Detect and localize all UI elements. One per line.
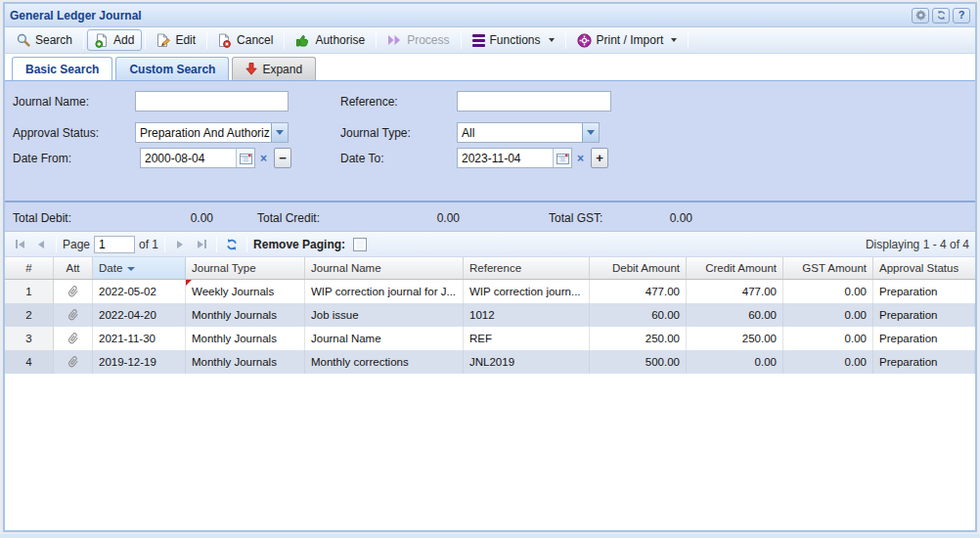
column-header-journal-name[interactable]: Journal Name (305, 257, 464, 279)
date-to-plus-button[interactable]: + (591, 148, 608, 168)
panel-refresh-button[interactable] (932, 8, 950, 23)
date-to-calendar-button[interactable] (553, 149, 571, 167)
functions-menu-button[interactable]: Functions (465, 29, 562, 51)
grid-refresh-button[interactable] (223, 236, 241, 253)
journal-type-select[interactable]: All (457, 122, 600, 143)
paging-toolbar: Page of 1 Remove Paging: Displaying 1 - … (5, 231, 975, 256)
next-page-icon (177, 241, 183, 248)
column-header-approval-status[interactable]: Approval Status (873, 257, 975, 279)
column-header-reference[interactable]: Reference (464, 257, 590, 279)
last-page-button[interactable] (193, 236, 210, 253)
table-row[interactable]: 3 2021-11-30 Monthly Journals Journal Na… (5, 327, 975, 350)
journal-type-cell: Weekly Journals (186, 280, 305, 303)
date-cell: 2021-11-30 (93, 327, 186, 350)
table-row[interactable]: 1 2022-05-02 Weekly Journals WIP correct… (5, 280, 975, 303)
paperclip-icon (65, 283, 81, 300)
cancel-icon (218, 33, 232, 48)
next-page-button[interactable] (171, 236, 189, 253)
journal-name-cell: WIP correction journal for J... (305, 280, 464, 303)
date-from-clear-button[interactable]: × (255, 148, 272, 168)
attachment-cell[interactable] (54, 327, 93, 350)
reference-input[interactable] (457, 91, 611, 112)
toolbar-separator (376, 31, 377, 49)
toolbar-separator (206, 31, 207, 49)
remove-paging-checkbox[interactable] (353, 238, 367, 251)
column-header-credit-amount[interactable]: Credit Amount (687, 257, 783, 279)
total-debit-value: 0.00 (117, 211, 213, 225)
grid-header: # Att Date Journal Type Journal Name Ref… (5, 256, 975, 280)
journal-type-cell: Monthly Journals (186, 350, 305, 374)
search-button-label: Search (35, 33, 72, 47)
column-header-debit-amount[interactable]: Debit Amount (590, 257, 687, 279)
table-row[interactable]: 2 2022-04-20 Monthly Journals Job issue … (5, 303, 975, 327)
date-from-input[interactable] (141, 149, 236, 167)
page-number-input[interactable] (94, 236, 135, 253)
print-import-menu-button[interactable]: Print / Import (569, 29, 686, 51)
column-header-date[interactable]: Date (93, 257, 186, 279)
gst-amount-cell: 0.00 (783, 350, 873, 374)
journal-name-label: Journal Name: (13, 95, 89, 109)
journal-name-input[interactable] (135, 91, 289, 112)
column-header-num[interactable]: # (5, 257, 54, 279)
attachment-cell[interactable] (54, 303, 93, 327)
journal-type-label: Journal Type: (340, 126, 411, 140)
journal-name-cell: Monthly corrections (305, 350, 464, 374)
tab-custom-search[interactable]: Custom Search (115, 57, 229, 80)
pager-separator (246, 237, 247, 252)
search-button[interactable]: Search (9, 29, 80, 51)
date-from-box (140, 148, 255, 168)
date-to-field: × + (457, 148, 608, 168)
row-number-cell: 4 (5, 350, 54, 374)
settings-button[interactable] (912, 8, 929, 23)
general-ledger-journal-window: General Ledger Journal ? Search (3, 2, 977, 532)
approval-status-cell: Preparation (873, 327, 975, 350)
total-gst-value: 0.00 (592, 211, 692, 225)
tab-basic-search-label: Basic Search (25, 63, 99, 76)
paperclip-icon (65, 306, 81, 324)
first-page-button[interactable] (11, 236, 28, 253)
tab-basic-search[interactable]: Basic Search (12, 57, 112, 80)
authorise-button[interactable]: Authorise (288, 29, 373, 51)
cancel-button[interactable]: Cancel (210, 29, 281, 51)
process-button: Process (379, 29, 457, 51)
previous-page-button[interactable] (32, 236, 50, 253)
refresh-icon (936, 10, 947, 21)
approval-status-value: Preparation And Authoriz (136, 123, 271, 142)
date-to-box (457, 148, 572, 168)
tab-expand[interactable]: Expand (232, 57, 316, 80)
date-from-calendar-button[interactable] (236, 149, 254, 167)
expand-arrow-icon (245, 63, 257, 75)
print-import-button-label: Print / Import (597, 33, 664, 47)
debit-amount-cell: 500.00 (590, 350, 687, 374)
journal-type-dropdown-button[interactable] (582, 123, 599, 142)
column-header-gst-amount[interactable]: GST Amount (783, 257, 873, 279)
total-credit-label: Total Credit: (257, 211, 320, 225)
calendar-icon (240, 153, 252, 164)
approval-status-cell: Preparation (873, 303, 975, 327)
date-from-field: × − (140, 148, 291, 168)
date-to-input[interactable] (458, 149, 553, 167)
add-button[interactable]: Add (87, 29, 142, 51)
search-tabstrip: Basic Search Custom Search Expand (5, 54, 975, 80)
date-to-clear-button[interactable]: × (572, 148, 589, 168)
total-debit-label: Total Debit: (13, 211, 71, 225)
process-button-label: Process (407, 33, 449, 47)
credit-amount-cell: 477.00 (687, 280, 783, 303)
attachment-cell[interactable] (54, 280, 93, 303)
first-page-icon (16, 240, 18, 248)
approval-status-dropdown-button[interactable] (271, 123, 288, 142)
approval-status-select[interactable]: Preparation And Authoriz (135, 122, 289, 143)
edit-button-label: Edit (175, 33, 196, 47)
journal-name-cell: Journal Name (305, 327, 464, 350)
edit-button[interactable]: Edit (149, 29, 203, 51)
paperclip-icon (65, 353, 81, 371)
row-number-cell: 2 (5, 303, 54, 327)
table-row[interactable]: 4 2019-12-19 Monthly Journals Monthly co… (5, 350, 975, 374)
date-from-minus-button[interactable]: − (274, 148, 291, 168)
debit-amount-cell: 60.00 (590, 303, 687, 327)
column-header-journal-type[interactable]: Journal Type (186, 257, 305, 279)
attachment-cell[interactable] (54, 350, 93, 374)
help-icon: ? (958, 10, 965, 21)
help-button[interactable]: ? (953, 8, 970, 23)
column-header-att[interactable]: Att (54, 257, 93, 279)
